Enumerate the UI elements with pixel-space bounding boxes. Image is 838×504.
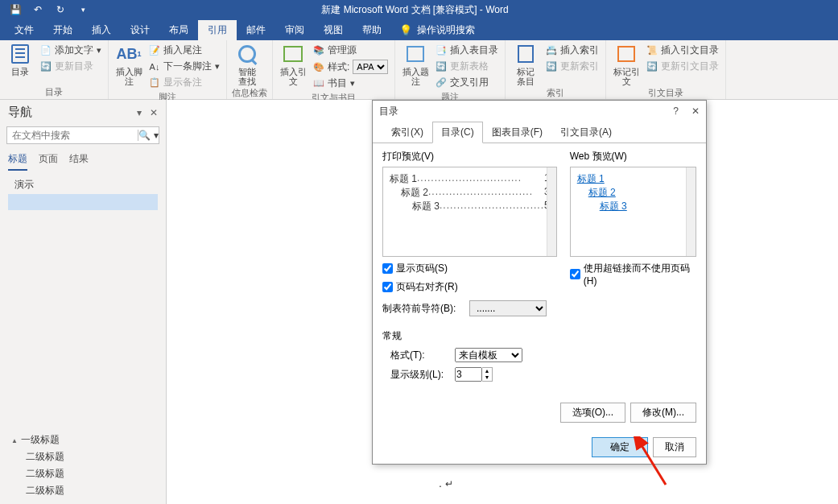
style-icon: 🎨 <box>313 61 324 72</box>
web-preview-line: 标题 1 <box>577 172 689 186</box>
search-input[interactable] <box>7 130 138 141</box>
modify-button[interactable]: 修改(M)... <box>630 403 696 423</box>
outline-level2-2[interactable]: 二级标题 <box>8 465 158 482</box>
cross-reference-label: 交叉引用 <box>450 76 489 89</box>
update-toa-button[interactable]: 🔄更新引文目录 <box>645 59 720 74</box>
mark-citation-button[interactable]: 标记引文 <box>611 43 642 86</box>
index-icon <box>514 43 537 65</box>
tab-review[interactable]: 审阅 <box>275 20 314 40</box>
nav-tab-pages[interactable]: 页面 <box>39 152 58 171</box>
tab-mailings[interactable]: 邮件 <box>237 20 275 40</box>
levels-down-icon[interactable]: ▼ <box>482 374 492 381</box>
smart-lookup-label: 智能 查找 <box>238 67 256 86</box>
nav-tab-headings[interactable]: 标题 <box>8 152 27 171</box>
qat-dropdown-icon[interactable]: ▾ <box>77 6 89 14</box>
insert-endnote-label: 插入尾注 <box>163 43 202 57</box>
dialog-tab-authorities[interactable]: 引文目录(A) <box>551 122 621 143</box>
levels-up-icon[interactable]: ▲ <box>482 368 492 374</box>
tab-view[interactable]: 视图 <box>314 20 353 40</box>
tab-layout[interactable]: 布局 <box>159 20 198 40</box>
update-toc-button[interactable]: 🔄更新目录 <box>39 59 103 74</box>
manage-sources-label: 管理源 <box>328 43 357 57</box>
cross-reference-button[interactable]: 🔗交叉引用 <box>434 75 500 90</box>
redo-icon[interactable]: ↻ <box>55 4 66 15</box>
group-authorities: 标记引文 📜插入引文目录 🔄更新引文目录 引文目录 <box>606 40 726 99</box>
print-preview-scrollbar[interactable] <box>547 167 556 256</box>
right-align-checkbox[interactable] <box>382 282 393 292</box>
tab-references[interactable]: 引用 <box>198 20 237 40</box>
insert-endnote-button[interactable]: 📝插入尾注 <box>147 43 221 58</box>
outline-level2-3[interactable]: 二级标题 <box>8 482 158 499</box>
group-toc-label: 目录 <box>5 85 103 98</box>
nav-item-demo[interactable]: 演示 <box>8 176 158 194</box>
insert-footnote-button[interactable]: AB1 插入脚注 <box>114 43 144 86</box>
print-preview-line: 标题 2 .............................. 3 <box>390 186 550 200</box>
document-area[interactable]: 目录 ? ✕ 索引(X) 目录(C) 图表目录(F) 引文目录(A) 打印预览(… <box>167 100 838 504</box>
citation-style-select[interactable]: APA <box>353 60 388 74</box>
show-page-checkbox[interactable] <box>382 263 393 274</box>
update-index-button[interactable]: 🔄更新索引 <box>544 59 601 74</box>
add-text-button[interactable]: 📄添加文字 ▾ <box>39 43 103 58</box>
dialog-tab-toc[interactable]: 目录(C) <box>432 122 483 143</box>
undo-icon[interactable]: ↶ <box>32 4 43 15</box>
tell-me[interactable]: 💡 操作说明搜索 <box>391 20 483 40</box>
print-preview-box: 标题 1 .............................. 1标题 … <box>382 167 557 257</box>
update-table-button[interactable]: 🔄更新表格 <box>434 59 500 74</box>
bibliography-button[interactable]: 📖书目 ▾ <box>312 76 390 91</box>
show-notes-button[interactable]: 📋显示备注 <box>147 75 221 90</box>
outline-level2-1[interactable]: 二级标题 <box>8 448 158 465</box>
toc-button[interactable]: 目录 <box>5 43 35 76</box>
document-cursor: . ↵ <box>439 477 453 490</box>
web-preview-scrollbar[interactable] <box>686 167 696 256</box>
tab-file[interactable]: 文件 <box>5 20 43 40</box>
nav-close-icon[interactable]: ✕ <box>150 107 158 118</box>
insert-toa-button[interactable]: 📜插入引文目录 <box>645 43 720 58</box>
options-button[interactable]: 选项(O)... <box>560 403 625 423</box>
tab-help[interactable]: 帮助 <box>353 20 391 40</box>
search-button[interactable]: 🔍 ▾ <box>138 130 159 141</box>
dialog-tab-index[interactable]: 索引(X) <box>382 122 432 143</box>
nav-tab-results[interactable]: 结果 <box>69 152 89 171</box>
insert-table-figures-button[interactable]: 📑插入表目录 <box>434 43 500 58</box>
leader-select[interactable]: ....... <box>469 300 547 316</box>
mark-entry-button[interactable]: 标记 条目 <box>510 43 541 86</box>
nav-headings-list: 演示 <box>0 171 166 215</box>
tab-design[interactable]: 设计 <box>121 20 159 40</box>
format-select[interactable]: 来自模板 <box>455 348 522 362</box>
group-index: 标记 条目 📇插入索引 🔄更新索引 索引 <box>506 40 606 99</box>
ok-button[interactable]: 确定 <box>592 437 648 457</box>
show-page-checkbox-row: 显示页码(S) <box>382 262 557 275</box>
dialog-close-icon[interactable]: ✕ <box>691 105 700 117</box>
group-research-label: 信息检索 <box>232 86 267 99</box>
ribbon-tabs: 文件 开始 插入 设计 布局 引用 邮件 审阅 视图 帮助 💡 操作说明搜索 <box>0 19 838 40</box>
footnote-icon: AB1 <box>118 43 140 65</box>
show-notes-icon: 📋 <box>149 77 160 89</box>
dialog-tab-figures[interactable]: 图表目录(F) <box>483 122 551 143</box>
tab-insert[interactable]: 插入 <box>82 20 121 40</box>
tab-home[interactable]: 开始 <box>43 20 82 40</box>
hyperlinks-checkbox[interactable] <box>570 269 580 279</box>
leader-label: 制表符前导符(B): <box>382 302 463 316</box>
cancel-button[interactable]: 取消 <box>653 437 696 457</box>
insert-citation-button[interactable]: 插入引文 <box>278 43 308 86</box>
nav-dropdown-icon[interactable]: ▾ <box>137 107 142 118</box>
insert-tof-label: 插入表目录 <box>450 43 498 57</box>
manage-sources-button[interactable]: 📚管理源 <box>312 43 390 58</box>
manage-sources-icon: 📚 <box>313 45 324 56</box>
nav-tabs: 标题 页面 结果 <box>0 147 166 171</box>
hyperlinks-checkbox-row: 使用超链接而不使用页码(H) <box>570 262 696 287</box>
insert-caption-button[interactable]: 插入题注 <box>400 43 431 86</box>
dialog-help-icon[interactable]: ? <box>673 105 679 117</box>
next-footnote-icon: A↓ <box>149 61 160 72</box>
nav-item-selected[interactable] <box>8 194 158 210</box>
smart-lookup-button[interactable]: 智能 查找 <box>232 43 262 86</box>
caption-icon <box>404 43 427 65</box>
group-citations: 插入引文 📚管理源 🎨 样式: APA 📖书目 ▾ 引文与书目 <box>273 40 395 99</box>
toc-icon <box>9 43 31 65</box>
nav-search: 🔍 ▾ <box>6 126 159 144</box>
save-icon[interactable]: 💾 <box>10 4 21 15</box>
insert-index-button[interactable]: 📇插入索引 <box>544 43 601 58</box>
outline-level1[interactable]: 一级标题 <box>8 432 158 448</box>
levels-input[interactable] <box>455 367 482 382</box>
next-footnote-button[interactable]: A↓下一条脚注 ▾ <box>147 59 221 74</box>
